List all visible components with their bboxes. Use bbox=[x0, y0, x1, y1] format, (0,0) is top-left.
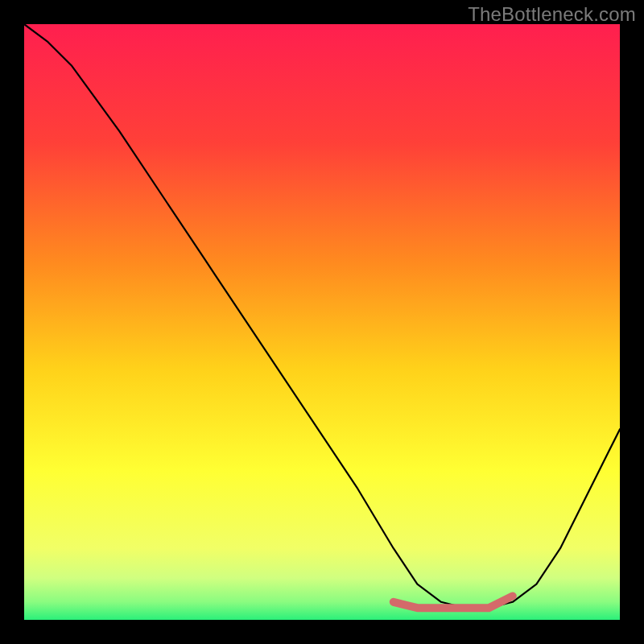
plot-area bbox=[24, 24, 620, 620]
chart-frame: TheBottleneck.com bbox=[0, 0, 644, 644]
gradient-rect bbox=[24, 24, 620, 620]
watermark-text: TheBottleneck.com bbox=[468, 3, 636, 26]
chart-svg bbox=[24, 24, 620, 620]
